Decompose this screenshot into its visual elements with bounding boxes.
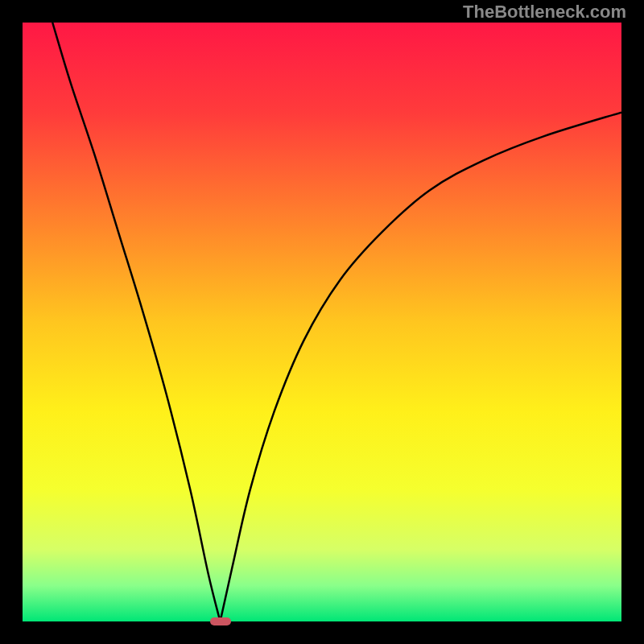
- plot-area: [23, 23, 621, 621]
- minimum-marker: [210, 617, 231, 625]
- chart-svg: [23, 23, 621, 621]
- gradient-background: [23, 23, 621, 621]
- watermark-text: TheBottleneck.com: [463, 2, 626, 23]
- chart-container: TheBottleneck.com: [0, 0, 644, 644]
